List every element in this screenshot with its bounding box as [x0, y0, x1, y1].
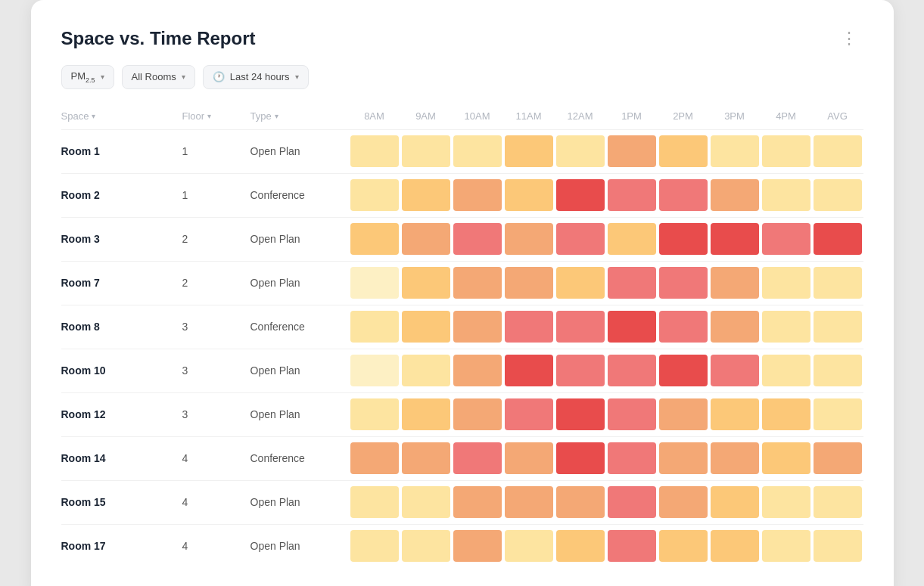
heat-cell[interactable] — [711, 135, 759, 167]
heat-cell[interactable] — [711, 179, 759, 211]
heat-cell[interactable] — [453, 311, 502, 343]
heat-cell[interactable] — [453, 267, 502, 299]
heat-cell[interactable] — [762, 486, 810, 518]
heat-cell[interactable] — [505, 179, 553, 211]
heat-cell[interactable] — [711, 267, 759, 299]
heat-cell[interactable] — [556, 398, 605, 430]
heat-cell[interactable] — [402, 311, 450, 343]
heat-cell[interactable] — [711, 355, 759, 386]
heat-cell[interactable] — [659, 311, 708, 343]
heat-cell[interactable] — [350, 311, 399, 343]
heat-cell[interactable] — [814, 311, 862, 343]
rooms-filter-button[interactable]: All Rooms ▾ — [122, 65, 195, 89]
heat-cell[interactable] — [350, 135, 399, 167]
heat-cell[interactable] — [608, 135, 656, 167]
heat-cell[interactable] — [350, 267, 399, 299]
heat-cell[interactable] — [814, 223, 862, 255]
heat-cell[interactable] — [556, 223, 605, 255]
heat-cell[interactable] — [608, 442, 656, 474]
heat-cell[interactable] — [350, 486, 399, 518]
heat-cell[interactable] — [659, 135, 708, 167]
heat-cell[interactable] — [505, 530, 553, 562]
more-options-button[interactable]: ⋮ — [835, 27, 863, 50]
heat-cell[interactable] — [350, 355, 399, 386]
heat-cell[interactable] — [453, 135, 502, 167]
heat-cell[interactable] — [608, 311, 656, 343]
heat-cell[interactable] — [608, 398, 656, 430]
metric-filter-button[interactable]: PM2.5 ▾ — [61, 65, 114, 89]
heat-cell[interactable] — [402, 398, 450, 430]
heat-cell[interactable] — [608, 223, 656, 255]
heat-cell[interactable] — [505, 486, 553, 518]
heat-cell[interactable] — [762, 355, 810, 386]
heat-cell[interactable] — [659, 355, 708, 386]
heat-cell[interactable] — [556, 530, 605, 562]
heat-cell[interactable] — [711, 530, 759, 562]
heat-cell[interactable] — [350, 398, 399, 430]
heat-cell[interactable] — [711, 398, 759, 430]
heat-cell[interactable] — [402, 223, 450, 255]
heat-cell[interactable] — [402, 179, 450, 211]
heat-cell[interactable] — [762, 223, 810, 255]
heat-cell[interactable] — [556, 355, 605, 386]
heat-cell[interactable] — [608, 355, 656, 386]
heat-cell[interactable] — [814, 355, 862, 386]
heat-cell[interactable] — [608, 179, 656, 211]
heat-cell[interactable] — [608, 267, 656, 299]
heat-cell[interactable] — [762, 530, 810, 562]
heat-cell[interactable] — [659, 223, 708, 255]
heat-cell[interactable] — [453, 398, 502, 430]
heat-cell[interactable] — [556, 486, 605, 518]
heat-cell[interactable] — [608, 530, 656, 562]
heat-cell[interactable] — [659, 398, 708, 430]
heat-cell[interactable] — [556, 267, 605, 299]
heat-cell[interactable] — [402, 530, 450, 562]
heat-cell[interactable] — [659, 267, 708, 299]
heat-cell[interactable] — [453, 179, 502, 211]
heat-cell[interactable] — [556, 179, 605, 211]
heat-cell[interactable] — [711, 223, 759, 255]
heat-cell[interactable] — [350, 442, 399, 474]
heat-cell[interactable] — [814, 442, 862, 474]
heat-cell[interactable] — [505, 135, 553, 167]
heat-cell[interactable] — [453, 223, 502, 255]
heat-cell[interactable] — [402, 442, 450, 474]
heat-cell[interactable] — [814, 486, 862, 518]
heat-cell[interactable] — [814, 398, 862, 430]
heat-cell[interactable] — [453, 530, 502, 562]
heat-cell[interactable] — [556, 442, 605, 474]
heat-cell[interactable] — [350, 179, 399, 211]
heat-cell[interactable] — [659, 442, 708, 474]
heat-cell[interactable] — [711, 311, 759, 343]
heat-cell[interactable] — [814, 530, 862, 562]
heat-cell[interactable] — [608, 486, 656, 518]
heat-cell[interactable] — [505, 442, 553, 474]
heat-cell[interactable] — [350, 223, 399, 255]
heat-cell[interactable] — [814, 179, 862, 211]
heat-cell[interactable] — [402, 267, 450, 299]
heat-cell[interactable] — [814, 135, 862, 167]
heat-cell[interactable] — [453, 355, 502, 386]
heat-cell[interactable] — [659, 530, 708, 562]
heat-cell[interactable] — [453, 442, 502, 474]
heat-cell[interactable] — [402, 355, 450, 386]
heat-cell[interactable] — [505, 311, 553, 343]
heat-cell[interactable] — [762, 311, 810, 343]
heat-cell[interactable] — [762, 179, 810, 211]
heat-cell[interactable] — [659, 179, 708, 211]
heat-cell[interactable] — [762, 442, 810, 474]
heat-cell[interactable] — [762, 267, 810, 299]
heat-cell[interactable] — [505, 267, 553, 299]
time-filter-button[interactable]: 🕐 Last 24 hours ▾ — [203, 65, 309, 89]
heat-cell[interactable] — [505, 223, 553, 255]
heat-cell[interactable] — [659, 486, 708, 518]
heat-cell[interactable] — [402, 135, 450, 167]
heat-cell[interactable] — [505, 355, 553, 386]
heat-cell[interactable] — [711, 486, 759, 518]
heat-cell[interactable] — [814, 267, 862, 299]
heat-cell[interactable] — [711, 442, 759, 474]
heat-cell[interactable] — [762, 398, 810, 430]
heat-cell[interactable] — [402, 486, 450, 518]
heat-cell[interactable] — [762, 135, 810, 167]
heat-cell[interactable] — [350, 530, 399, 562]
